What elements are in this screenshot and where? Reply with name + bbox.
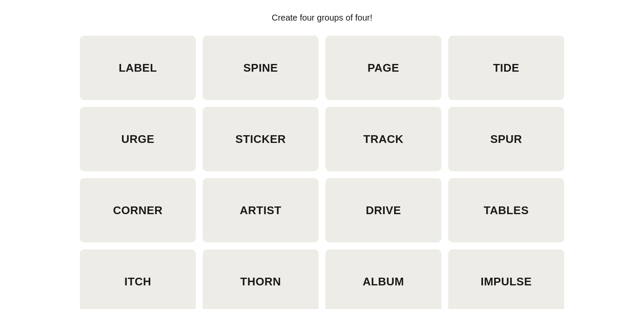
tile-label-label: LABEL: [118, 61, 157, 75]
tile-sticker[interactable]: STICKER: [203, 107, 319, 171]
tile-drive[interactable]: DRIVE: [325, 178, 441, 242]
tile-label[interactable]: LABEL: [80, 36, 196, 100]
tile-label-album: ALBUM: [363, 275, 404, 288]
tile-tables[interactable]: TABLES: [448, 178, 564, 242]
tile-label-drive: DRIVE: [366, 204, 401, 217]
tile-label-track: TRACK: [363, 133, 404, 146]
tile-label-artist: ARTIST: [240, 204, 282, 217]
tile-corner[interactable]: CORNER: [80, 178, 196, 242]
tile-artist[interactable]: ARTIST: [203, 178, 319, 242]
tile-label-tide: TIDE: [493, 61, 519, 75]
tile-label-thorn: THORN: [240, 275, 281, 288]
tile-track[interactable]: TRACK: [325, 107, 441, 171]
tile-label-corner: CORNER: [113, 204, 163, 217]
tile-label-itch: ITCH: [125, 275, 152, 288]
tile-itch[interactable]: ITCH: [80, 249, 196, 309]
tile-page[interactable]: PAGE: [325, 36, 441, 100]
tile-urge[interactable]: URGE: [80, 107, 196, 171]
tile-album[interactable]: ALBUM: [325, 249, 441, 309]
tile-label-sticker: STICKER: [235, 133, 286, 146]
tile-spine[interactable]: SPINE: [203, 36, 319, 100]
tile-label-impulse: IMPULSE: [480, 275, 532, 288]
tile-impulse[interactable]: IMPULSE: [448, 249, 564, 309]
tile-label-urge: URGE: [121, 133, 154, 146]
tile-spur[interactable]: SPUR: [448, 107, 564, 171]
tile-label-spur: SPUR: [490, 133, 522, 146]
tile-label-page: PAGE: [368, 61, 399, 75]
tile-tide[interactable]: TIDE: [448, 36, 564, 100]
tile-thorn[interactable]: THORN: [203, 249, 319, 309]
instruction-text: Create four groups of four!: [272, 13, 373, 23]
tile-label-tables: TABLES: [483, 204, 529, 217]
word-grid: LABELSPINEPAGETIDEURGESTICKERTRACKSPURCO…: [80, 36, 564, 309]
tile-label-spine: SPINE: [243, 61, 278, 75]
